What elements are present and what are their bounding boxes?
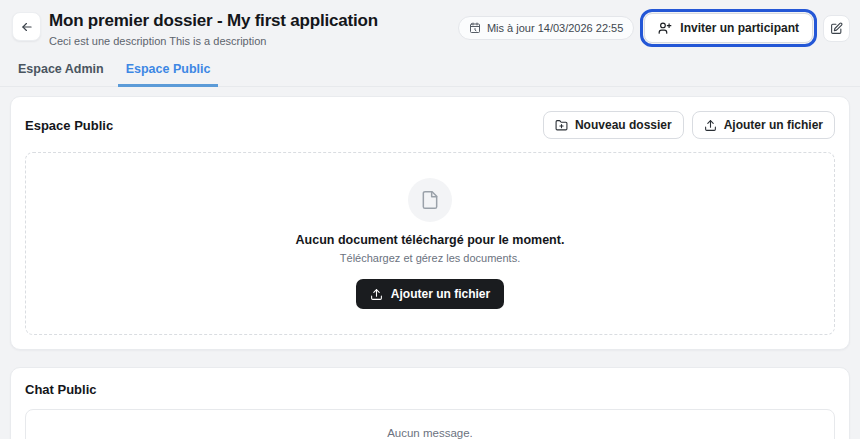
title-block: Mon premier dossier - My first applicati…: [49, 10, 458, 48]
empty-add-file-label: Ajouter un fichier: [391, 287, 490, 301]
empty-add-file-button[interactable]: Ajouter un fichier: [356, 279, 504, 309]
document-dropzone[interactable]: Aucun document téléchargé pour le moment…: [25, 152, 835, 335]
page-header: Mon premier dossier - My first applicati…: [0, 0, 860, 48]
chat-card: Chat Public Aucun message.: [10, 367, 850, 439]
chat-title: Chat Public: [25, 382, 835, 397]
tab-bar: Espace Admin Espace Public: [0, 55, 860, 87]
empty-state-title: Aucun document téléchargé pour le moment…: [36, 233, 824, 247]
last-updated-text: Mis à jour 14/03/2026 22:55: [487, 22, 623, 34]
public-space-card: Espace Public Nouveau dossier Ajouter un…: [10, 96, 850, 350]
new-folder-button[interactable]: Nouveau dossier: [543, 111, 684, 139]
chat-empty-message: Aucun message.: [387, 427, 473, 439]
add-file-label: Ajouter un fichier: [724, 118, 823, 132]
add-file-button[interactable]: Ajouter un fichier: [692, 111, 835, 139]
edit-icon: [830, 22, 843, 35]
tab-espace-public[interactable]: Espace Public: [118, 55, 219, 87]
page-title: Mon premier dossier - My first applicati…: [49, 10, 458, 32]
back-button[interactable]: [12, 12, 41, 41]
edit-button[interactable]: [823, 15, 850, 42]
arrow-left-icon: [20, 20, 34, 34]
user-plus-icon: [658, 21, 672, 35]
public-space-actions: Nouveau dossier Ajouter un fichier: [543, 111, 835, 139]
header-actions: Mis à jour 14/03/2026 22:55 Inviter un p…: [458, 13, 850, 43]
folder-plus-icon: [555, 119, 568, 132]
public-space-title: Espace Public: [25, 118, 113, 133]
chat-messages-box: Aucun message.: [25, 409, 835, 439]
public-space-card-header: Espace Public Nouveau dossier Ajouter un…: [11, 97, 849, 152]
tab-espace-admin[interactable]: Espace Admin: [10, 55, 112, 87]
upload-icon: [370, 288, 383, 301]
invite-participant-label: Inviter un participant: [680, 21, 799, 35]
last-updated-badge: Mis à jour 14/03/2026 22:55: [458, 16, 634, 40]
calendar-clock-icon: [469, 22, 481, 34]
file-icon: [420, 190, 440, 210]
empty-state-illustration: [408, 178, 452, 222]
empty-state-subtitle: Téléchargez et gérez les documents.: [36, 252, 824, 264]
invite-participant-button[interactable]: Inviter un participant: [644, 13, 813, 43]
upload-icon: [704, 119, 717, 132]
new-folder-label: Nouveau dossier: [575, 118, 672, 132]
page-subtitle: Ceci est une description This is a descr…: [49, 34, 458, 48]
